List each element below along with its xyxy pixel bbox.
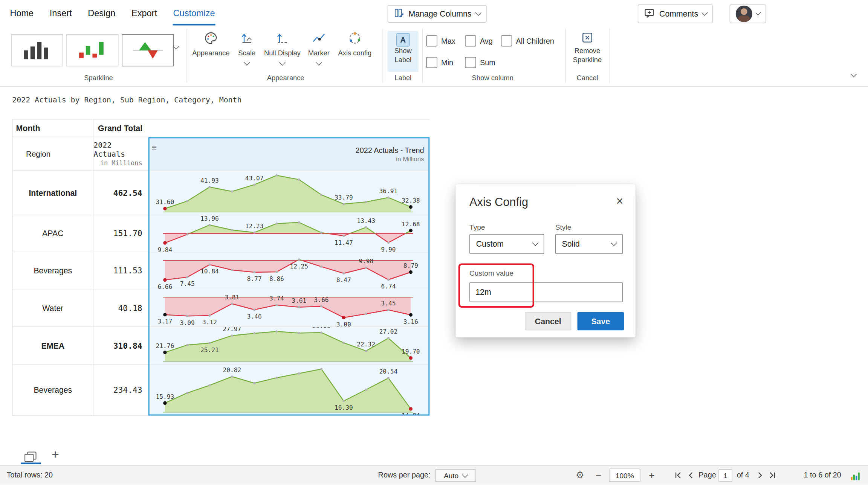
page-number-input[interactable]: 1: [718, 469, 732, 482]
sparkline: 21.7625.2127.9729.0922.3227.0219.70: [148, 327, 429, 364]
ribbon-button-marker[interactable]: Marker: [304, 31, 333, 65]
svg-text:27.97: 27.97: [223, 327, 241, 332]
checkbox-max[interactable]: Max: [426, 35, 455, 46]
row-label-cell[interactable]: Beverages: [13, 252, 94, 289]
row-value-cell[interactable]: 111.53: [93, 252, 148, 289]
manage-columns-button[interactable]: Manage Columns: [388, 5, 487, 23]
remove-sparkline-text-2: Sparkline: [573, 55, 602, 64]
manage-columns-label: Manage Columns: [408, 9, 471, 18]
row-label-cell[interactable]: EMEA: [13, 327, 94, 364]
row-value-cell[interactable]: 151.70: [93, 215, 148, 252]
sparkline-cell[interactable]: 3.173.093.123.813.463.743.613.663.003.45…: [148, 289, 429, 326]
row-value-cell[interactable]: 462.54: [93, 171, 148, 215]
menu-item-export[interactable]: Export: [131, 1, 158, 26]
style-dropdown[interactable]: Solid: [555, 234, 623, 254]
row-label-cell[interactable]: International: [13, 171, 94, 215]
chevron-down-icon[interactable]: [244, 59, 250, 66]
trend-column-header[interactable]: ≡ 2022 Actuals - Trend in Millions: [148, 137, 429, 170]
previous-page-button[interactable]: [687, 471, 696, 480]
svg-text:8.77: 8.77: [247, 275, 262, 282]
sparkline-cell[interactable]: 9.8413.9612.2311.4713.439.9012.68: [148, 215, 429, 252]
zoom-out-button[interactable]: −: [596, 466, 601, 485]
label-a-icon: A: [396, 33, 410, 46]
row-value-cell[interactable]: 40.18: [93, 289, 148, 326]
rows-per-page-dropdown[interactable]: Auto: [435, 469, 476, 482]
value-column-header[interactable]: 2022 Actuals in Millions: [93, 137, 148, 170]
account-button[interactable]: [730, 5, 766, 23]
checkbox-box: [501, 35, 512, 46]
menu-item-design[interactable]: Design: [87, 1, 116, 26]
last-page-button[interactable]: [769, 471, 778, 480]
settings-gear-icon[interactable]: ⚙: [576, 466, 584, 485]
cancel-button[interactable]: Cancel: [525, 312, 571, 330]
chevron-down-icon: [611, 240, 617, 246]
menu-item-customize[interactable]: Customize: [173, 1, 215, 26]
sheet-tab[interactable]: [22, 450, 39, 462]
ribbon-button-axis-config[interactable]: Axis config: [333, 31, 377, 57]
sparkline: 9.8413.9612.2311.4713.439.9012.68: [148, 215, 429, 252]
ribbon-button-scale[interactable]: Scale: [234, 31, 260, 65]
type-dropdown-value: Custom: [476, 239, 504, 249]
next-page-button[interactable]: [756, 471, 765, 480]
ribbon-button-label: Axis config: [338, 49, 371, 57]
month-header-cell[interactable]: Month: [13, 119, 94, 137]
ribbon-button-appearance[interactable]: Appearance: [193, 31, 229, 57]
svg-text:19.70: 19.70: [402, 348, 420, 355]
remove-sparkline-button[interactable]: Remove Sparkline: [570, 31, 604, 64]
svg-text:3.12: 3.12: [202, 319, 217, 326]
row-label-cell[interactable]: APAC: [13, 215, 94, 252]
collapse-ribbon-icon[interactable]: [850, 71, 857, 78]
svg-text:10.84: 10.84: [200, 268, 219, 275]
style-dropdown-value: Solid: [562, 239, 579, 249]
grand-total-header-cell[interactable]: Grand Total: [93, 119, 429, 137]
group-label-sparkline: Sparkline: [15, 74, 182, 82]
ribbon-divider: [186, 29, 187, 83]
gallery-expand-icon[interactable]: [173, 43, 179, 50]
sparkline-type-column-sparkline[interactable]: [66, 34, 118, 66]
first-page-button[interactable]: [674, 471, 683, 480]
scale-icon: [240, 31, 254, 47]
row-label-cell[interactable]: Water: [13, 289, 94, 326]
checkbox-min[interactable]: Min: [426, 57, 453, 68]
zoom-level[interactable]: 100%: [609, 469, 640, 482]
row-label-cell[interactable]: Beverages: [13, 365, 94, 415]
region-header-cell[interactable]: Region: [13, 137, 94, 170]
checkbox-all-children[interactable]: All Children: [501, 35, 554, 46]
menu-item-home[interactable]: Home: [9, 1, 34, 26]
checkbox-label: Min: [441, 58, 453, 67]
table-subheader-row: Region 2022 Actuals in Millions ≡ 2022 A…: [13, 137, 429, 171]
drag-handle-icon[interactable]: ≡: [152, 143, 157, 153]
sparkline-type-area-sparkline[interactable]: [122, 34, 174, 66]
comments-button[interactable]: Comments: [638, 5, 713, 23]
chevron-down-icon[interactable]: [279, 59, 286, 66]
sparkline-cell[interactable]: 6.667.4510.848.778.8612.258.479.986.748.…: [148, 252, 429, 289]
svg-text:20.82: 20.82: [223, 366, 241, 374]
sparkline-cell[interactable]: 21.7625.2127.9729.0922.3227.0219.70: [148, 327, 429, 364]
ribbon-button-label: Null Display: [264, 49, 301, 57]
svg-text:3.74: 3.74: [269, 295, 284, 302]
ribbon-button-null-display[interactable]: Null Display: [259, 31, 306, 65]
close-icon[interactable]: ×: [616, 194, 623, 209]
row-value-cell[interactable]: 310.84: [93, 327, 148, 364]
show-label-button[interactable]: A Show Label: [388, 31, 419, 72]
ribbon-button-label: Scale: [238, 49, 255, 57]
chevron-down-icon[interactable]: [316, 59, 322, 66]
report-title: 2022 Actuals by Region, Sub Region, Cate…: [12, 95, 241, 104]
checkbox-avg[interactable]: Avg: [465, 35, 493, 46]
sparkline-cell[interactable]: 31.6041.9343.0733.7936.9132.38: [148, 171, 429, 215]
svg-text:11.47: 11.47: [335, 239, 353, 246]
svg-text:20.54: 20.54: [379, 368, 398, 375]
menu-item-insert[interactable]: Insert: [49, 1, 72, 26]
type-dropdown[interactable]: Custom: [469, 234, 544, 254]
row-value-cell[interactable]: 234.43: [93, 365, 148, 415]
custom-value-input[interactable]: [469, 282, 623, 302]
zoom-in-button[interactable]: +: [649, 466, 654, 485]
save-button[interactable]: Save: [578, 312, 624, 330]
rows-per-page-value: Auto: [444, 471, 458, 480]
svg-text:13.43: 13.43: [357, 217, 375, 224]
page-label: Page: [698, 466, 716, 485]
sparkline-type-bar-sparkline[interactable]: [11, 34, 63, 66]
checkbox-sum[interactable]: Sum: [465, 57, 495, 68]
add-sheet-button[interactable]: +: [49, 447, 62, 462]
sparkline-cell[interactable]: 15.9320.8222.2116.3020.5414.84: [148, 365, 429, 415]
